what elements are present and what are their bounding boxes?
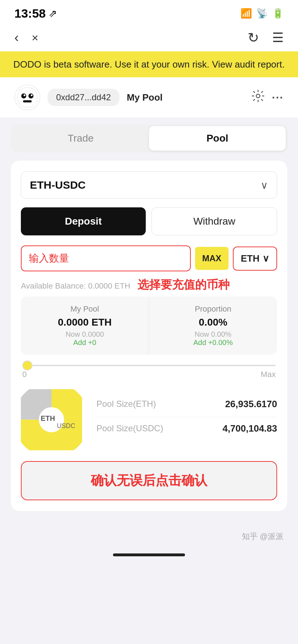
svg-point-2 bbox=[28, 93, 33, 98]
currency-annotation: 选择要充值的币种 bbox=[137, 277, 230, 293]
eth-pie-label: ETH bbox=[41, 414, 55, 422]
watermark: 知乎 @派派 bbox=[0, 525, 298, 548]
proportion-add: Add +0.00% bbox=[158, 339, 268, 347]
watermark-text: 知乎 @派派 bbox=[242, 532, 284, 541]
tab-pool[interactable]: Pool bbox=[149, 126, 286, 151]
app-logo bbox=[14, 84, 40, 110]
svg-point-6 bbox=[256, 94, 260, 98]
my-pool-add: Add +0 bbox=[30, 339, 140, 347]
svg-rect-5 bbox=[23, 100, 32, 102]
pool-card: ETH-USDC ∨ Deposit Withdraw MAX ETH ∨ Av… bbox=[11, 161, 287, 511]
pool-size-eth-row: Pool Size(ETH) 26,935.6170 bbox=[96, 399, 277, 410]
pie-chart: ETH USDC bbox=[21, 389, 82, 450]
slider-min-label: 0 bbox=[22, 370, 27, 379]
status-bar: 13:58 ⇗ 📶 📡 🔋 bbox=[0, 0, 298, 24]
back-button[interactable]: ‹ bbox=[14, 30, 19, 45]
slider-track bbox=[22, 365, 276, 366]
app-header: 0xdd27...dd42 My Pool ··· bbox=[0, 77, 298, 118]
token-arrow-icon: ∨ bbox=[262, 253, 269, 264]
confirm-button[interactable]: 确认无误后点击确认 bbox=[21, 461, 277, 500]
my-pool-button[interactable]: My Pool bbox=[127, 92, 163, 103]
deposit-button[interactable]: Deposit bbox=[21, 207, 146, 235]
close-button[interactable]: × bbox=[32, 31, 39, 45]
withdraw-button[interactable]: Withdraw bbox=[152, 207, 277, 235]
amount-input[interactable] bbox=[21, 245, 191, 271]
svg-point-4 bbox=[31, 95, 33, 96]
battery-icon: 🔋 bbox=[272, 8, 284, 19]
tabs: Trade Pool bbox=[11, 125, 287, 152]
slider-thumb[interactable] bbox=[22, 360, 32, 371]
proportion-value: 0.00% bbox=[158, 317, 268, 328]
slider-container: 0 Max bbox=[21, 365, 277, 379]
more-button[interactable]: ··· bbox=[272, 91, 284, 104]
refresh-button[interactable]: ↻ bbox=[248, 30, 259, 46]
pool-size-eth-label: Pool Size(ETH) bbox=[96, 399, 156, 409]
available-balance-text: Available Balance: 0.0000 ETH bbox=[21, 281, 130, 291]
my-pool-now: Now 0.0000 bbox=[30, 330, 140, 339]
pool-size-usdc-row: Pool Size(USDC) 4,700,104.83 bbox=[96, 423, 277, 434]
tab-trade[interactable]: Trade bbox=[12, 126, 149, 151]
pair-label: ETH-USDC bbox=[30, 179, 86, 191]
max-button[interactable]: MAX bbox=[195, 247, 229, 270]
status-time: 13:58 bbox=[14, 6, 46, 20]
token-label: ETH bbox=[241, 253, 259, 264]
proportion-cell: Proportion 0.00% Now 0.00% Add +0.00% bbox=[149, 296, 277, 355]
home-indicator bbox=[0, 548, 298, 565]
pool-size-eth-value: 26,935.6170 bbox=[225, 399, 277, 410]
address-button[interactable]: 0xdd27...dd42 bbox=[48, 89, 119, 106]
balance-annotation-row: Available Balance: 0.0000 ETH 选择要充值的币种 bbox=[21, 277, 277, 293]
status-icons: 📶 📡 🔋 bbox=[240, 8, 284, 19]
nav-right: ↻ ☰ bbox=[248, 30, 284, 46]
location-icon: ⇗ bbox=[49, 8, 57, 19]
pool-size-info: Pool Size(ETH) 26,935.6170 Pool Size(USD… bbox=[96, 399, 277, 441]
wifi-icon: 📡 bbox=[256, 8, 268, 19]
slider-labels: 0 Max bbox=[22, 370, 276, 379]
pie-section: ETH USDC Pool Size(ETH) 26,935.6170 Pool… bbox=[21, 389, 277, 450]
my-pool-label: My Pool bbox=[30, 304, 140, 314]
my-pool-value: 0.0000 ETH bbox=[30, 317, 140, 328]
usdc-pie-label: USDC bbox=[57, 422, 75, 429]
dropdown-arrow-icon: ∨ bbox=[261, 179, 268, 191]
nav-bar: ‹ × ↻ ☰ bbox=[0, 24, 298, 51]
pair-dropdown[interactable]: ETH-USDC ∨ bbox=[21, 171, 277, 199]
action-buttons: Deposit Withdraw bbox=[21, 207, 277, 235]
beta-banner[interactable]: DODO is beta software. Use it at your ow… bbox=[0, 51, 298, 77]
svg-point-3 bbox=[24, 95, 26, 96]
amount-input-row: MAX ETH ∨ bbox=[21, 245, 277, 271]
proportion-label: Proportion bbox=[158, 304, 268, 314]
settings-button[interactable] bbox=[252, 89, 265, 106]
proportion-now: Now 0.00% bbox=[158, 330, 268, 339]
signal-icon: 📶 bbox=[240, 8, 252, 19]
svg-point-0 bbox=[17, 87, 37, 107]
beta-banner-text: DODO is beta software. Use it at your ow… bbox=[13, 59, 285, 70]
main-content: Trade Pool ETH-USDC ∨ Deposit Withdraw M… bbox=[0, 118, 298, 525]
pool-size-usdc-value: 4,700,104.83 bbox=[222, 423, 277, 434]
pool-size-divider bbox=[96, 417, 277, 417]
token-selector-button[interactable]: ETH ∨ bbox=[233, 247, 277, 271]
home-bar bbox=[113, 553, 185, 556]
my-pool-cell: My Pool 0.0000 ETH Now 0.0000 Add +0 bbox=[21, 296, 149, 355]
pool-info-grid: My Pool 0.0000 ETH Now 0.0000 Add +0 Pro… bbox=[21, 296, 277, 355]
menu-button[interactable]: ☰ bbox=[272, 30, 284, 45]
slider-max-label: Max bbox=[261, 370, 276, 379]
pool-size-usdc-label: Pool Size(USDC) bbox=[96, 423, 163, 433]
svg-point-1 bbox=[21, 93, 26, 98]
nav-left: ‹ × bbox=[14, 30, 39, 45]
